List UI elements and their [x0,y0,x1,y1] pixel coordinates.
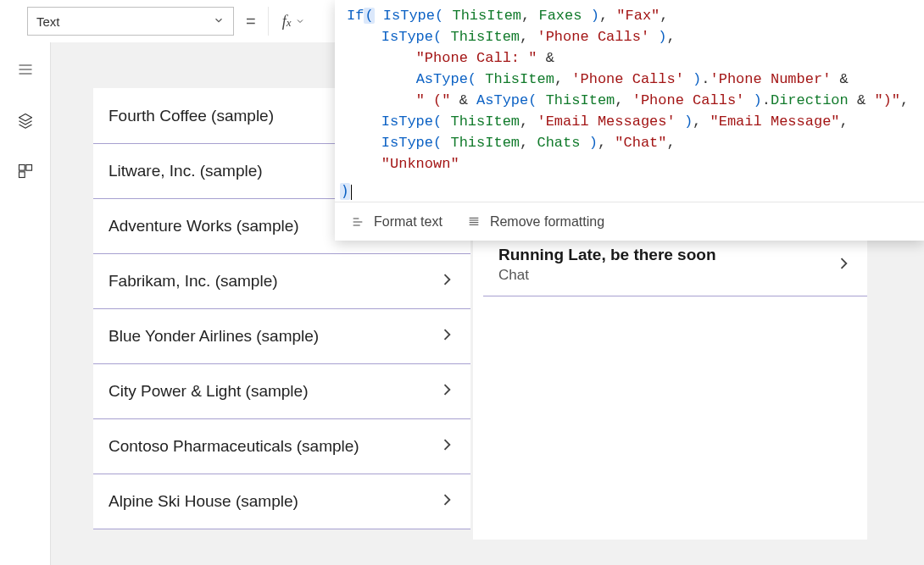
layers-icon[interactable] [17,112,34,132]
chevron-right-icon [835,255,852,275]
left-rail [0,42,51,565]
activity-row[interactable]: Running Late, be there soonChat [483,235,867,296]
account-name: Fabrikam, Inc. (sample) [109,272,278,291]
formula-close-paren: ) [340,183,350,200]
tree-view-icon[interactable] [17,61,34,81]
components-icon[interactable] [17,163,34,183]
equals-label: = [242,12,259,31]
account-row[interactable]: Fabrikam, Inc. (sample) [93,253,470,308]
account-name: Adventure Works (sample) [109,217,299,235]
account-row[interactable]: Alpine Ski House (sample) [93,474,470,529]
chevron-right-icon [438,271,455,292]
remove-formatting-icon [466,215,481,229]
account-name: Blue Yonder Airlines (sample) [109,327,319,346]
chevron-right-icon [438,436,455,457]
chevron-right-icon [438,381,455,402]
account-row[interactable]: Contoso Pharmaceuticals (sample) [93,418,470,474]
svg-rect-0 [19,165,25,171]
svg-rect-2 [19,172,25,178]
remove-formatting-label: Remove formatting [490,214,604,230]
formula-editor[interactable]: If( IsType( ThisItem, Faxes ), "Fax", Is… [335,0,924,241]
account-name: Contoso Pharmaceuticals (sample) [109,437,359,456]
property-selector-label: Text [36,14,60,29]
chevron-down-icon [213,14,225,29]
fx-icon: fx [282,13,292,30]
activity-subtitle: Chat [498,267,716,284]
activity-title: Running Late, be there soon [498,246,716,264]
account-name: Fourth Coffee (sample) [109,107,274,125]
fx-button[interactable]: fx [268,7,319,36]
account-row[interactable]: City Power & Light (sample) [93,363,470,418]
account-name: City Power & Light (sample) [109,382,308,401]
chevron-down-icon [295,16,305,26]
format-text-label: Format text [374,214,443,230]
svg-rect-1 [25,165,31,171]
format-text-icon [350,215,365,229]
account-name: Litware, Inc. (sample) [109,162,263,180]
property-selector[interactable]: Text [27,7,234,36]
account-name: Alpine Ski House (sample) [109,492,298,511]
formula-text[interactable]: If( IsType( ThisItem, Faxes ), "Fax", Is… [335,0,924,181]
remove-formatting-button[interactable]: Remove formatting [466,214,604,230]
account-row[interactable]: Blue Yonder Airlines (sample) [93,308,470,363]
format-text-button[interactable]: Format text [350,214,443,230]
formula-toolbar: Format text Remove formatting [335,202,924,241]
chevron-right-icon [438,491,455,512]
chevron-right-icon [438,326,455,347]
